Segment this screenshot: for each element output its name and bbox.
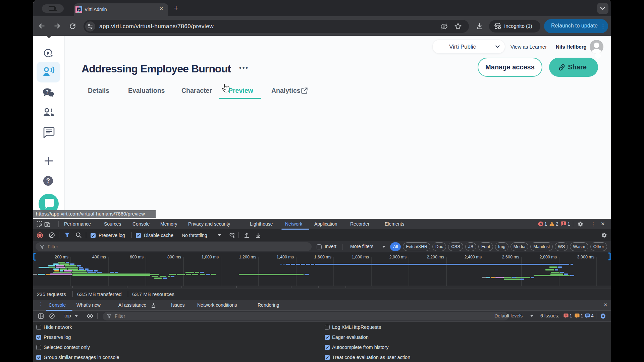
svg-text:?: ? — [46, 89, 49, 95]
svg-text:1,400 ms: 1,400 ms — [277, 255, 294, 259]
svg-text:V: V — [78, 8, 80, 11]
svg-text:2,600 ms: 2,600 ms — [502, 255, 519, 259]
svg-text:1,800 ms: 1,800 ms — [352, 255, 369, 259]
svg-text:1,600 ms: 1,600 ms — [314, 255, 331, 259]
svg-text:200 ms: 200 ms — [55, 255, 68, 259]
svg-text:1,200 ms: 1,200 ms — [239, 255, 256, 259]
svg-text:2,800 ms: 2,800 ms — [540, 255, 557, 259]
svg-text:800 ms: 800 ms — [167, 255, 181, 259]
svg-text:400 ms: 400 ms — [92, 255, 106, 259]
svg-text:3,000 ms: 3,000 ms — [577, 255, 594, 259]
svg-text:600 ms: 600 ms — [130, 255, 144, 259]
svg-text:2,400 ms: 2,400 ms — [465, 255, 482, 259]
svg-text:1,000 ms: 1,000 ms — [202, 255, 219, 259]
svg-text:2,000 ms: 2,000 ms — [389, 255, 407, 259]
svg-text:2,200 ms: 2,200 ms — [427, 255, 444, 259]
